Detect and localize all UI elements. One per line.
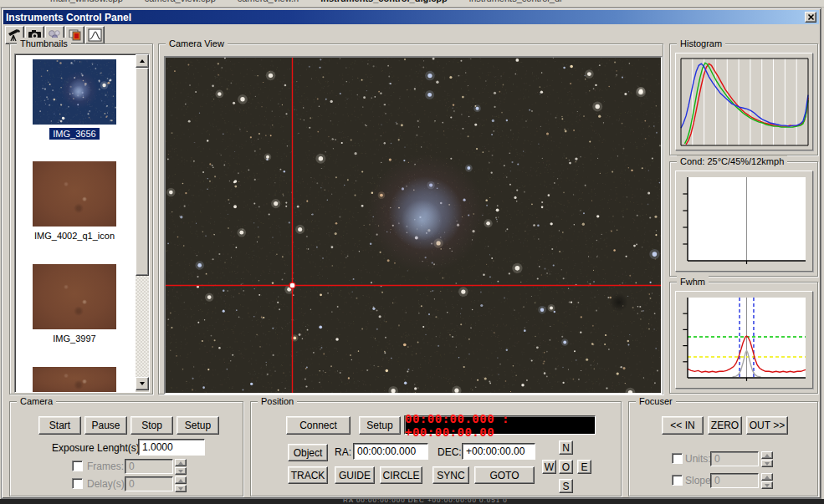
window-titlebar[interactable]: Instruments Control Panel [3, 10, 819, 24]
arrow-down-icon [765, 462, 770, 466]
background-tab: camera_view.cpp [145, 0, 216, 3]
spin-down-button[interactable] [761, 460, 773, 467]
thumbnails-group: Thumbnails IMG_3656 IMG_4002_q1_icon IMG… [9, 43, 153, 395]
sync-button[interactable]: SYNC [432, 466, 469, 484]
slope-checkbox[interactable] [672, 475, 683, 486]
thumbnails-group-label: Thumbnails [17, 38, 71, 49]
conditions-plot-panel [675, 171, 813, 272]
frames-spinner[interactable] [175, 459, 187, 475]
spin-up-button[interactable] [175, 476, 187, 484]
histogram-plot-panel [675, 53, 813, 150]
background-tab: instruments_control_dlg.cpp [320, 0, 448, 3]
slope-spinner[interactable] [761, 473, 773, 489]
frames-label: Frames: [87, 461, 124, 472]
units-input[interactable]: 0 [710, 451, 759, 466]
background-ide-tabs: main_window.cppcamera_view.cppcamera_vie… [50, 0, 583, 3]
thumbnail-label[interactable]: IMG_3656 [15, 129, 134, 139]
dec-input[interactable]: +00:00:00.00 [462, 443, 535, 460]
window-title: Instruments Control Panel [6, 12, 805, 23]
thumbnail-image-img-4002[interactable] [33, 161, 116, 227]
scrollbar-thumb[interactable] [136, 68, 149, 276]
histogram-group: Histogram [669, 43, 818, 155]
focus-zero-button[interactable]: ZERO [708, 416, 742, 435]
slew-west-button[interactable]: W [542, 460, 556, 474]
fwhm-plot [688, 298, 806, 378]
scrollbar-track[interactable] [136, 276, 149, 377]
pause-button[interactable]: Pause [84, 416, 127, 435]
camera-group-label: Camera [17, 395, 56, 407]
spin-down-button[interactable] [175, 485, 187, 492]
camera-view-group-label: Camera View [166, 38, 228, 49]
focus-out-button[interactable]: OUT >> [746, 416, 788, 435]
fwhm-chart [688, 298, 806, 378]
thumbnail-label[interactable]: IMG_4002_q1_icon [15, 231, 134, 241]
desktop: main_window.cppcamera_view.cppcamera_vie… [0, 0, 824, 504]
background-tab: camera_view.h [238, 0, 299, 3]
frames-checkbox[interactable] [72, 461, 83, 471]
spin-down-button[interactable] [761, 481, 773, 489]
arrow-down-icon [765, 484, 770, 487]
slew-stop-button[interactable]: O [559, 460, 573, 474]
focuser-group-label: Focuser [636, 395, 676, 407]
slew-east-button[interactable]: E [577, 460, 591, 474]
ra-input[interactable]: 00:00:00.000 [353, 443, 428, 460]
slew-south-button[interactable]: S [559, 479, 573, 493]
background-status-text: RA 00:00:00:000 DEC +00:00:00:00 0.051 0 [343, 499, 508, 504]
spin-up-button[interactable] [761, 473, 773, 481]
camera-group: Camera Start Pause Stop Setup Exposure L… [9, 401, 243, 496]
start-button[interactable]: Start [38, 416, 81, 435]
object-button[interactable]: Object [288, 444, 328, 461]
circle-button[interactable]: CIRCLE [380, 466, 422, 484]
curve-icon [88, 28, 102, 42]
connect-button[interactable]: Connect [286, 416, 351, 435]
background-status-strip: RA 00:00:00:000 DEC +00:00:00:00 0.051 0 [0, 499, 824, 504]
conditions-group: Cond: 25°C/45%/12kmph [669, 161, 818, 277]
thumbnail-image-img-3997[interactable] [33, 264, 116, 329]
fwhm-plot-panel [675, 291, 813, 389]
stop-button[interactable]: Stop [131, 416, 173, 435]
slope-input[interactable]: 0 [710, 473, 759, 488]
arrow-up-icon [140, 59, 145, 63]
spin-down-button[interactable] [175, 467, 187, 475]
histogram-chart [681, 59, 808, 145]
arrow-up-icon [765, 454, 770, 457]
exposure-length-label: Exposure Lenght(s): [52, 442, 142, 454]
close-button[interactable] [805, 12, 816, 23]
exposure-length-input[interactable]: 1.0000 [138, 439, 205, 456]
frames-input[interactable]: 0 [125, 459, 173, 474]
setup-position-button[interactable]: Setup [359, 416, 401, 435]
slew-north-button[interactable]: N [559, 440, 573, 455]
close-icon [807, 13, 815, 21]
position-group-label: Position [258, 395, 297, 407]
scroll-up-button[interactable] [136, 54, 149, 68]
thumbnails-list[interactable]: IMG_3656 IMG_4002_q1_icon IMG_3997 [14, 53, 150, 393]
goto-button[interactable]: GOTO [474, 466, 535, 484]
position-group: Position Connect Setup 00:00:00.000 : +0… [250, 401, 622, 496]
spin-up-button[interactable] [175, 459, 187, 466]
guide-button[interactable]: GUIDE [335, 466, 375, 484]
delay-spinner[interactable] [175, 476, 187, 492]
histogram-plot [681, 59, 808, 145]
thumbnail-image-img-3656[interactable] [33, 59, 116, 125]
arrow-up-icon [765, 476, 770, 479]
delay-input[interactable]: 0 [125, 476, 173, 491]
spin-up-button[interactable] [761, 451, 773, 459]
conditions-plot [688, 177, 806, 261]
delay-checkbox[interactable] [72, 478, 83, 489]
arrow-up-icon [178, 461, 183, 465]
units-spinner[interactable] [761, 451, 773, 467]
slope-label: Slope: [685, 475, 714, 486]
units-checkbox[interactable] [672, 453, 683, 464]
curve-tool-button[interactable] [85, 26, 105, 44]
scroll-down-button[interactable] [136, 377, 149, 390]
thumbnails-scrollbar[interactable] [136, 54, 149, 392]
arrow-up-icon [178, 479, 183, 482]
thumbnail-label[interactable]: IMG_3997 [15, 333, 134, 344]
background-tab: main_window.cpp [50, 0, 123, 3]
focus-in-button[interactable]: << IN [662, 416, 704, 435]
arrow-down-icon [178, 470, 183, 473]
camera-view-image[interactable] [166, 58, 661, 393]
setup-camera-button[interactable]: Setup [177, 416, 219, 435]
thumbnail-image-partial[interactable] [33, 367, 116, 392]
track-button[interactable]: TRACK [288, 466, 328, 484]
